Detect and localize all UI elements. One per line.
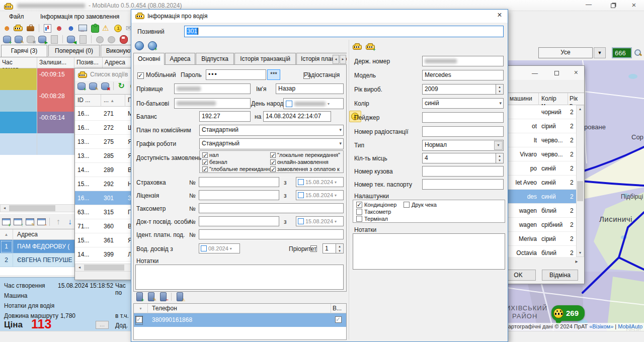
- tab-plans[interactable]: Історія планів щодо ком: [296, 53, 347, 64]
- combo-button-icon[interactable]: ▾: [494, 141, 503, 150]
- phone-row[interactable]: 380990161868: [134, 313, 346, 327]
- car-setting-option[interactable]: Таксометр: [356, 209, 391, 215]
- restore-button[interactable]: [602, 3, 624, 10]
- car-setting-option[interactable]: Кондиціонер: [356, 202, 396, 208]
- driver-edit-icon[interactable]: ✎: [88, 81, 98, 91]
- warning-icon[interactable]: [101, 23, 111, 33]
- car-setting-option[interactable]: Термінал: [356, 216, 388, 222]
- spinner-arrows-icon[interactable]: ▴▾: [496, 153, 503, 163]
- refresh-icon[interactable]: [117, 81, 127, 91]
- callsign-input[interactable]: 301: [184, 26, 504, 37]
- col-driver-callsign[interactable]: ... ▲: [101, 95, 125, 107]
- car-setting-checkbox[interactable]: [356, 209, 362, 215]
- driver-delete-icon[interactable]: ✖: [100, 81, 110, 91]
- year-spinner[interactable]: 2009▴▾: [422, 84, 504, 95]
- schedule-combo[interactable]: Стандартный▾: [199, 138, 344, 149]
- passport-input[interactable]: [422, 179, 504, 190]
- move-down-icon[interactable]: ↓: [65, 217, 75, 227]
- tab-vacation[interactable]: Відпустка: [196, 53, 234, 64]
- move-up-icon[interactable]: ↑: [53, 217, 63, 227]
- address-edit-icon[interactable]: ✎: [25, 217, 35, 227]
- scroll-thumb[interactable]: [577, 181, 583, 201]
- insurance-input[interactable]: [199, 177, 279, 187]
- middlename-input[interactable]: [174, 98, 251, 109]
- insurance-date-picker[interactable]: 15.08.2024 ▾: [296, 177, 344, 187]
- driver-map-marker[interactable]: 269: [551, 305, 585, 321]
- map-filter-combo[interactable]: Усе: [538, 47, 593, 58]
- insurance-date-checkbox[interactable]: [298, 179, 304, 185]
- car-row[interactable]: Vivaroчерво...2: [498, 147, 576, 161]
- car-setting-option[interactable]: Друк чека: [404, 202, 437, 208]
- iddoc-input[interactable]: [199, 216, 279, 226]
- balance-date-input[interactable]: 14.08.2024 22:14:07: [263, 111, 331, 122]
- seats-spinner[interactable]: 4▴▾: [422, 153, 504, 163]
- close-window-button[interactable]: ×: [624, 1, 644, 9]
- car-radio-input[interactable]: [422, 126, 504, 137]
- scroll-thumb[interactable]: [9, 205, 55, 211]
- car-setting-checkbox[interactable]: [404, 202, 410, 208]
- availability-checkbox[interactable]: [202, 159, 208, 165]
- tab-preorders[interactable]: Попередні (0): [48, 45, 100, 56]
- cars-close-button[interactable]: ×: [574, 68, 578, 76]
- birthday-date-picker[interactable]: ▾: [283, 98, 344, 109]
- col-address[interactable]: Адреса: [103, 57, 131, 68]
- availability-checkbox[interactable]: [270, 166, 276, 172]
- scroll-up-icon[interactable]: ▴: [577, 106, 584, 113]
- col-remaining[interactable]: Залиши... ▲: [37, 57, 74, 68]
- car-row[interactable]: ltчерво...2: [498, 133, 576, 147]
- scroll-left-icon[interactable]: ◂: [1, 205, 9, 212]
- scroll-thumb[interactable]: [84, 265, 124, 271]
- model-input[interactable]: Mercedes: [422, 70, 504, 80]
- availability-checkbox[interactable]: [270, 159, 276, 165]
- license-date-checkbox[interactable]: [298, 192, 304, 198]
- order-delete-icon[interactable]: ✖: [26, 34, 36, 44]
- monitor-icon[interactable]: [77, 23, 88, 33]
- car-row[interactable]: Merivaсірий2: [498, 232, 576, 246]
- taxi-icon[interactable]: [14, 23, 24, 33]
- cancel-button[interactable]: Відміна: [542, 270, 578, 281]
- briefcase-icon[interactable]: [26, 23, 36, 33]
- address-sort-icon[interactable]: ▲: [0, 229, 13, 240]
- firstname-input[interactable]: Назар: [276, 83, 344, 94]
- availability-option[interactable]: "локальне перекидання": [270, 152, 340, 158]
- order-copy-icon[interactable]: [77, 34, 88, 44]
- plugin-icon[interactable]: [90, 23, 100, 33]
- car-row[interactable]: Octaviaбілий2: [498, 246, 576, 257]
- tabs-scroll-right-icon[interactable]: ▸: [340, 55, 346, 64]
- tab-main[interactable]: Основні: [133, 53, 165, 65]
- tab-address[interactable]: Адреса: [165, 53, 195, 64]
- experience-date-picker[interactable]: 08.2024 ▾: [199, 243, 240, 253]
- license-input[interactable]: [199, 190, 279, 200]
- car-icon[interactable]: [353, 45, 362, 50]
- plate-input[interactable]: [422, 56, 504, 66]
- attribution-vendor-link[interactable]: «Візіком»: [589, 323, 613, 329]
- license-date-picker[interactable]: 15.08.2024 ▾: [296, 190, 344, 200]
- car-setting-checkbox[interactable]: [356, 202, 362, 208]
- col-callsign[interactable]: Позив...: [74, 57, 103, 68]
- scroll-left-icon[interactable]: ◂: [75, 264, 84, 271]
- order-edit-icon[interactable]: ✎: [14, 34, 24, 44]
- driver-add2-icon[interactable]: ＋: [147, 41, 157, 51]
- order-doc-icon[interactable]: [49, 34, 59, 44]
- car-row[interactable]: otсірий2: [498, 119, 576, 133]
- iddoc-date-checkbox[interactable]: [298, 218, 304, 224]
- order-history-icon[interactable]: [95, 34, 105, 44]
- tab-hot-orders[interactable]: Гарячі (3): [1, 45, 47, 57]
- car-setting-checkbox[interactable]: [356, 216, 362, 222]
- iddoc-date-picker[interactable]: 15.08.2024 ▾: [296, 216, 344, 226]
- col-car-color[interactable]: Колір м...: [539, 93, 568, 105]
- order-map-icon[interactable]: [106, 34, 116, 44]
- phone-warning-icon[interactable]: ⚠: [175, 292, 185, 302]
- plan-combo[interactable]: Стандартний▾: [199, 125, 344, 136]
- availability-checkbox[interactable]: [202, 166, 208, 172]
- cars-vscrollbar[interactable]: ▴ ▾: [576, 105, 584, 257]
- map-filter-dropdown-button[interactable]: ▼: [594, 47, 606, 58]
- availability-option[interactable]: "глобальне перекидання: [202, 166, 273, 172]
- taximeter-input[interactable]: [199, 203, 344, 213]
- pager-input[interactable]: [422, 112, 504, 123]
- password-input[interactable]: •••: [206, 69, 266, 80]
- order-run-icon[interactable]: ▶: [37, 34, 47, 44]
- cars-scroll-right-icon[interactable]: ▸: [573, 259, 580, 265]
- tab-transactions[interactable]: Історія транзакцій: [234, 53, 296, 64]
- client-male-icon[interactable]: [66, 23, 76, 33]
